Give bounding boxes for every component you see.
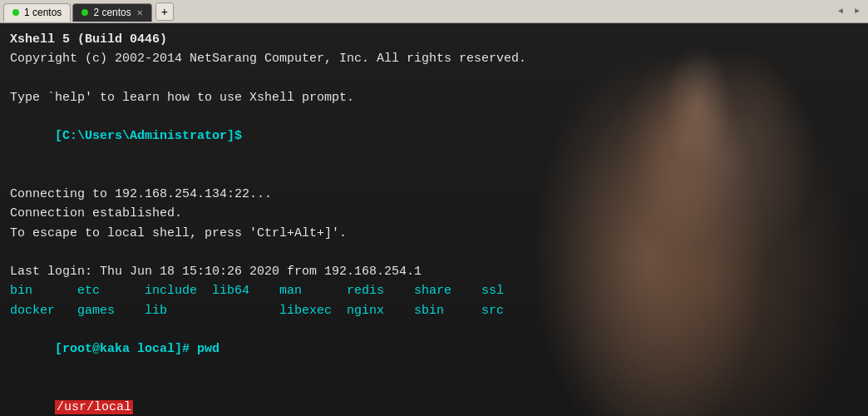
tab-nav-buttons: ◄ ► xyxy=(833,4,865,19)
tab-2-centos[interactable]: 2 centos ✕ xyxy=(72,3,151,22)
terminal-empty-1 xyxy=(10,69,858,88)
terminal-line-1: Xshell 5 (Build 0446) xyxy=(10,30,858,49)
terminal-content[interactable]: Xshell 5 (Build 0446) Copyright (c) 2002… xyxy=(0,23,868,416)
terminal-prompt-1: [C:\Users\Administrator]$ xyxy=(55,129,242,143)
terminal-line-13: docker games lib libexec nginx sbin src xyxy=(10,301,858,320)
terminal-line-12: bin etc include lib64 man redis share ss… xyxy=(10,281,858,300)
tab-2-label: 2 centos xyxy=(93,7,131,18)
tab-1-label: 1 centos xyxy=(24,7,62,18)
terminal-area[interactable]: Xshell 5 (Build 0446) Copyright (c) 2002… xyxy=(0,23,868,416)
tab-nav-right-button[interactable]: ► xyxy=(850,4,865,19)
terminal-output-path: /usr/local xyxy=(55,400,133,414)
terminal-line-15: /usr/local xyxy=(10,379,858,417)
terminal-line-14: [root@kaka local]# pwd xyxy=(10,320,858,379)
add-tab-button[interactable]: + xyxy=(155,2,174,21)
terminal-line-8: Connection established. xyxy=(10,204,858,223)
terminal-line-9: To escape to local shell, press 'Ctrl+Al… xyxy=(10,224,858,243)
tab-nav-left-button[interactable]: ◄ xyxy=(833,4,848,19)
tab-1-dot xyxy=(12,9,19,16)
terminal-empty-2 xyxy=(10,166,858,185)
tab-2-dot xyxy=(81,9,88,16)
terminal-line-11: Last login: Thu Jun 18 15:10:26 2020 fro… xyxy=(10,262,858,281)
terminal-line-5-prompt: [C:\Users\Administrator]$ xyxy=(10,107,858,166)
terminal-line-4: Type `help' to learn how to use Xshell p… xyxy=(10,88,858,107)
terminal-empty-3 xyxy=(10,243,858,262)
tab-2-close-icon[interactable]: ✕ xyxy=(136,8,143,17)
terminal-prompt-2: [root@kaka local]# pwd xyxy=(55,342,219,356)
terminal-line-7: Connecting to 192.168.254.134:22... xyxy=(10,185,858,204)
terminal-line-2: Copyright (c) 2002-2014 NetSarang Comput… xyxy=(10,49,858,68)
tab-bar: 1 centos 2 centos ✕ + ◄ ► xyxy=(0,0,868,23)
add-tab-icon: + xyxy=(161,5,168,18)
tab-1-centos[interactable]: 1 centos xyxy=(3,3,71,22)
